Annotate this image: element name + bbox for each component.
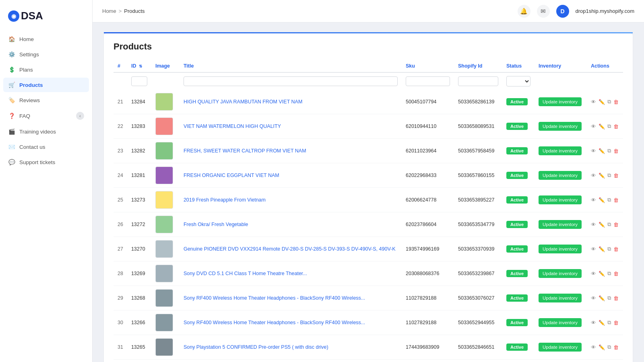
edit-icon[interactable]: ✏️ <box>599 271 605 277</box>
update-inventory-button[interactable]: Update inventory <box>539 122 582 131</box>
delete-icon[interactable]: 🗑 <box>613 344 619 350</box>
update-inventory-button[interactable]: Update inventory <box>539 195 582 204</box>
view-icon[interactable]: 👁 <box>591 246 596 252</box>
row-num: 28 <box>114 261 127 286</box>
copy-icon[interactable]: ⧉ <box>607 246 611 252</box>
product-title-link[interactable]: Fresh Okra/ Fresh Vegetable <box>184 222 248 227</box>
status-badge: Active <box>506 147 528 154</box>
filter-title-input[interactable] <box>184 76 398 86</box>
content-area: Products # ID ⇅ Image Title Sku Shopify … <box>93 23 644 362</box>
user-domain: drop1ship.myshopify.com <box>576 8 634 14</box>
logo-icon: ◉ <box>8 10 19 22</box>
copy-icon[interactable]: ⧉ <box>607 221 611 228</box>
delete-icon[interactable]: 🗑 <box>613 123 619 130</box>
sidebar-item-contact-us[interactable]: ✉️ Contact us <box>3 140 89 154</box>
delete-icon[interactable]: 🗑 <box>613 148 619 154</box>
copy-icon[interactable]: ⧉ <box>607 344 611 350</box>
product-title-link[interactable]: FRESH ORGANIC EGGPLANT VIET NAM <box>184 173 279 178</box>
row-inventory-cell: Update inventory <box>535 286 587 311</box>
update-inventory-button[interactable]: Update inventory <box>539 245 582 253</box>
delete-icon[interactable]: 🗑 <box>613 222 619 228</box>
row-id: 13283 <box>127 114 151 139</box>
update-inventory-button[interactable]: Update inventory <box>539 343 582 352</box>
update-inventory-button[interactable]: Update inventory <box>539 146 582 155</box>
row-actions-cell: 👁 ✏️ ⧉ 🗑 <box>587 163 623 188</box>
edit-icon[interactable]: ✏️ <box>599 123 605 130</box>
edit-icon[interactable]: ✏️ <box>599 295 605 301</box>
sidebar-item-products[interactable]: 🛒 Products <box>3 78 89 92</box>
copy-icon[interactable]: ⧉ <box>607 99 611 105</box>
product-title-link[interactable]: Sony RF400 Wireless Home Theater Headpho… <box>184 295 365 301</box>
view-icon[interactable]: 👁 <box>591 222 596 228</box>
product-title-link[interactable]: VIET NAM WATERMELON HIGH QUALITY <box>184 123 281 129</box>
sidebar-item-support-tickets[interactable]: 💬 Support tickets <box>3 155 89 169</box>
view-icon[interactable]: 👁 <box>591 148 596 154</box>
messages-button[interactable]: ✉ <box>537 5 550 18</box>
edit-icon[interactable]: ✏️ <box>599 246 605 252</box>
filter-sku-cell <box>402 72 454 90</box>
edit-icon[interactable]: ✏️ <box>599 320 605 326</box>
product-image <box>155 314 173 331</box>
product-title-link[interactable]: 2019 Fresh Pineapple From Vietnam <box>184 197 266 203</box>
view-icon[interactable]: 👁 <box>591 197 596 203</box>
view-icon[interactable]: 👁 <box>591 99 596 105</box>
sidebar-item-reviews[interactable]: 🏷️ Reviews <box>3 93 89 107</box>
view-icon[interactable]: 👁 <box>591 295 596 301</box>
faq-collapse-btn[interactable]: ‹ <box>76 112 84 120</box>
col-id-header[interactable]: ID ⇅ <box>127 60 151 72</box>
delete-icon[interactable]: 🗑 <box>613 197 619 203</box>
copy-icon[interactable]: ⧉ <box>607 197 611 203</box>
action-icons: 👁 ✏️ ⧉ 🗑 <box>591 172 619 179</box>
row-sku: 62010944110 <box>402 114 454 139</box>
copy-icon[interactable]: ⧉ <box>607 319 611 326</box>
edit-icon[interactable]: ✏️ <box>599 197 605 203</box>
copy-icon[interactable]: ⧉ <box>607 148 611 154</box>
edit-icon[interactable]: ✏️ <box>599 222 605 228</box>
delete-icon[interactable]: 🗑 <box>613 320 619 326</box>
edit-icon[interactable]: ✏️ <box>599 148 605 154</box>
delete-icon[interactable]: 🗑 <box>613 295 619 301</box>
filter-shopify-input[interactable] <box>458 76 498 86</box>
product-title-link[interactable]: Genuine PIONEER DVD VXX2914 Remote DV-28… <box>184 246 396 252</box>
sidebar-item-plans[interactable]: 💲 Plans <box>3 62 89 77</box>
update-inventory-button[interactable]: Update inventory <box>539 220 582 229</box>
edit-icon[interactable]: ✏️ <box>599 173 605 179</box>
edit-icon[interactable]: ✏️ <box>599 99 605 105</box>
sidebar-item-training-videos[interactable]: 🎬 Training videos <box>3 124 89 139</box>
sidebar-item-settings[interactable]: ⚙️ Settings <box>3 47 89 62</box>
view-icon[interactable]: 👁 <box>591 173 596 179</box>
product-title-link[interactable]: FRESH, SWEET WATER CALTROP FROM VIET NAM <box>184 148 306 154</box>
video-icon: 🎬 <box>8 128 15 135</box>
copy-icon[interactable]: ⧉ <box>607 295 611 301</box>
delete-icon[interactable]: 🗑 <box>613 271 619 277</box>
col-inventory-header: Inventory <box>535 60 587 72</box>
product-title-link[interactable]: Sony Playstation 5 CONFIRMED Pre-order P… <box>184 344 328 350</box>
view-icon[interactable]: 👁 <box>591 123 596 130</box>
delete-icon[interactable]: 🗑 <box>613 173 619 179</box>
view-icon[interactable]: 👁 <box>591 271 596 277</box>
update-inventory-button[interactable]: Update inventory <box>539 318 582 327</box>
sidebar-item-home[interactable]: 🏠 Home <box>3 32 89 46</box>
copy-icon[interactable]: ⧉ <box>607 172 611 179</box>
update-inventory-button[interactable]: Update inventory <box>539 294 582 302</box>
breadcrumb-home[interactable]: Home <box>102 8 116 14</box>
filter-sku-input[interactable] <box>406 76 450 86</box>
product-title-link[interactable]: Sony RF400 Wireless Home Theater Headpho… <box>184 320 365 325</box>
edit-icon[interactable]: ✏️ <box>599 344 605 350</box>
filter-id-input[interactable] <box>131 76 147 86</box>
product-title-link[interactable]: Sony DVD CD 5.1 CH Class T Home Theatre … <box>184 271 307 276</box>
update-inventory-button[interactable]: Update inventory <box>539 171 582 180</box>
notifications-button[interactable]: 🔔 <box>518 5 530 18</box>
view-icon[interactable]: 👁 <box>591 344 596 350</box>
row-num: 25 <box>114 188 127 212</box>
delete-icon[interactable]: 🗑 <box>613 99 619 105</box>
sidebar-item-faq[interactable]: ❓ FAQ ‹ <box>3 108 89 123</box>
view-icon[interactable]: 👁 <box>591 320 596 326</box>
filter-status-select[interactable]: Active Inactive <box>506 76 530 86</box>
product-title-link[interactable]: HIGH QUALITY JAVA RAMBUTAN FROM VIET NAM <box>184 99 302 105</box>
delete-icon[interactable]: 🗑 <box>613 246 619 252</box>
update-inventory-button[interactable]: Update inventory <box>539 269 582 278</box>
copy-icon[interactable]: ⧉ <box>607 123 611 130</box>
update-inventory-button[interactable]: Update inventory <box>539 97 582 106</box>
copy-icon[interactable]: ⧉ <box>607 270 611 277</box>
